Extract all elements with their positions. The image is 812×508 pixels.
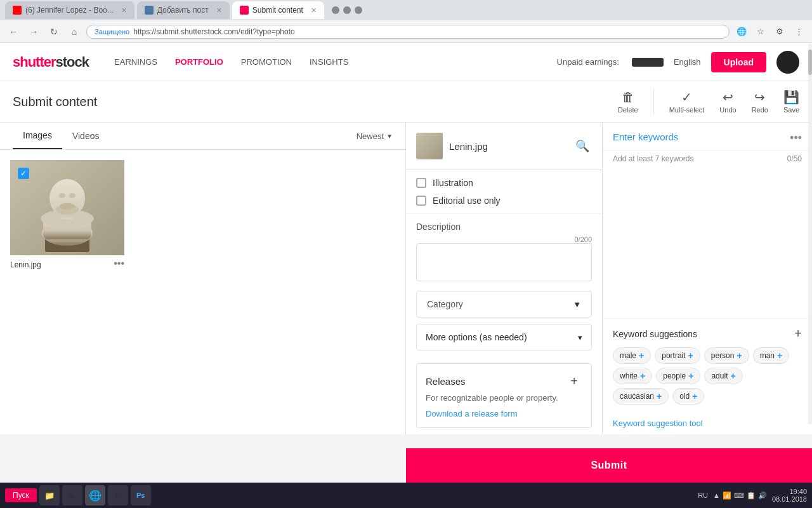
keyword-suggestion-tool-link[interactable]: Keyword suggestion tool <box>603 412 812 434</box>
sort-selector[interactable]: Newest ▼ <box>357 131 393 141</box>
suggestions-add-all-button[interactable]: + <box>794 326 802 341</box>
logo[interactable]: shutterstock <box>13 54 89 70</box>
main-nav: EARNINGS PORTFOLIO PROMOTION INSIGHTS <box>114 57 557 67</box>
redo-label: Redo <box>752 106 768 114</box>
tab-ss-close[interactable]: ✕ <box>311 6 317 15</box>
close-btn[interactable] <box>355 6 362 14</box>
tab-ss[interactable]: Submit content ✕ <box>232 1 324 19</box>
browser-controls: ← → ↻ ⌂ Защищено https://submit.shutters… <box>0 20 812 43</box>
chip-old-add[interactable]: + <box>692 391 697 401</box>
translate-btn[interactable]: 🌐 <box>733 23 750 40</box>
menu-btn[interactable]: ⋮ <box>790 23 807 40</box>
file-name-display: Lenin.jpg <box>449 141 488 152</box>
browser-titlebar: (6) Jennifer Lopez - Boo... ✕ Добавить п… <box>0 0 812 20</box>
tab-vk-close[interactable]: ✕ <box>216 6 222 15</box>
minimize-btn[interactable] <box>332 6 339 14</box>
save-tool[interactable]: 💾 Save <box>783 90 799 114</box>
releases-header: Releases + <box>426 373 582 389</box>
tab-ss-label: Submit content <box>252 6 303 15</box>
redo-icon: ↪ <box>754 90 765 105</box>
category-selector[interactable]: Category ▼ <box>416 291 592 318</box>
earnings-value-blurred <box>632 58 664 67</box>
chip-person: person + <box>704 347 749 364</box>
extensions-btn[interactable]: ⚙ <box>771 23 788 40</box>
scroll-indicator[interactable] <box>808 123 812 424</box>
chip-portrait-label: portrait <box>662 351 685 360</box>
forward-button[interactable]: → <box>25 23 42 40</box>
chip-people-label: people <box>663 371 686 380</box>
releases-add-button[interactable]: + <box>566 373 582 389</box>
chip-adult-label: adult <box>711 371 728 380</box>
chip-adult-add[interactable]: + <box>730 371 735 381</box>
redo-tool[interactable]: ↪ Redo <box>752 90 768 114</box>
undo-tool[interactable]: ↩ Undo <box>719 90 736 114</box>
file-thumb-inner <box>416 133 443 159</box>
language-selector[interactable]: English <box>674 57 701 67</box>
more-options-section: More options (as needed) ▾ <box>416 324 592 351</box>
description-section: Description 0/200 <box>406 213 602 291</box>
undo-label: Undo <box>719 106 736 114</box>
multi-select-tool[interactable]: ✓ Multi-select <box>669 90 705 114</box>
tab-vk[interactable]: Добавить пост ✕ <box>137 1 230 19</box>
more-options-toggle[interactable]: More options (as needed) ▾ <box>417 324 591 350</box>
nav-earnings[interactable]: EARNINGS <box>114 57 157 67</box>
description-label: Description <box>416 222 592 232</box>
tab-images[interactable]: Images <box>13 123 62 149</box>
yt-icon <box>13 6 22 15</box>
chip-white: white + <box>613 368 652 384</box>
right-panel-inner: ••• Enter keywords Add at least 7 keywor… <box>603 123 812 434</box>
upload-button[interactable]: Upload <box>711 52 766 72</box>
more-options-label: More options (as needed) <box>426 332 527 342</box>
chip-male-add[interactable]: + <box>639 351 644 361</box>
bookmark-btn[interactable]: ☆ <box>752 23 769 40</box>
delete-tool[interactable]: 🗑 Delete <box>618 90 638 114</box>
illustration-checkbox-row[interactable]: Illustration <box>416 178 592 188</box>
tab-yt-close[interactable]: ✕ <box>121 6 127 15</box>
chip-caucasian-add[interactable]: + <box>657 391 662 401</box>
toolbar: 🗑 Delete ✓ Multi-select ↩ Undo ↪ Redo 💾 … <box>618 89 799 114</box>
back-button[interactable]: ← <box>5 23 22 40</box>
page-header: Submit content 🗑 Delete ✓ Multi-select ↩… <box>0 81 812 123</box>
image-item-1: Lenin.jpg ••• <box>10 160 124 269</box>
file-thumbnail <box>416 133 443 159</box>
chip-portrait-add[interactable]: + <box>688 351 693 361</box>
tab-vk-label: Добавить пост <box>157 6 209 15</box>
sort-arrow-icon: ▼ <box>386 133 393 140</box>
delete-icon: 🗑 <box>622 90 634 105</box>
more-options-chevron-icon: ▾ <box>578 333 582 342</box>
header-right: Unpaid earnings: English Upload <box>557 51 799 74</box>
editorial-checkbox-row[interactable]: Editorial use only <box>416 196 592 206</box>
keywords-hint-text: Add at least 7 keywords <box>613 154 693 163</box>
suggestions-header: Keyword suggestions + <box>613 326 802 341</box>
chip-people-add[interactable]: + <box>688 371 693 381</box>
tab-yt[interactable]: (6) Jennifer Lopez - Boo... ✕ <box>5 1 134 19</box>
nav-promotion[interactable]: PROMOTION <box>241 57 292 67</box>
chip-person-add[interactable]: + <box>737 351 742 361</box>
download-release-form-link[interactable]: Download a release form <box>426 409 518 418</box>
tab-videos[interactable]: Videos <box>62 123 110 149</box>
chip-white-add[interactable]: + <box>640 371 645 381</box>
image-more-button-1[interactable]: ••• <box>114 258 124 269</box>
nav-portfolio[interactable]: PORTFOLIO <box>175 57 223 67</box>
chip-old: old + <box>672 388 704 404</box>
maximize-btn[interactable] <box>343 6 351 14</box>
keywords-input-area[interactable] <box>603 167 812 318</box>
keywords-more-button[interactable]: ••• <box>790 131 802 145</box>
chip-caucasian: caucasian + <box>613 388 669 404</box>
app-container: shutterstock EARNINGS PORTFOLIO PROMOTIO… <box>0 43 812 434</box>
home-button[interactable]: ⌂ <box>66 23 82 40</box>
image-wrapper <box>10 160 124 255</box>
editorial-checkbox[interactable] <box>416 196 426 206</box>
chip-man-add[interactable]: + <box>777 351 782 361</box>
description-input[interactable] <box>416 243 592 281</box>
file-header: Lenin.jpg 🔍 <box>406 123 602 170</box>
refresh-button[interactable]: ↻ <box>46 23 62 40</box>
avatar[interactable] <box>776 51 799 74</box>
url-text: https://submit.shutterstock.com/edit?typ… <box>133 27 294 36</box>
address-bar[interactable]: Защищено https://submit.shutterstock.com… <box>86 25 730 39</box>
nav-insights[interactable]: INSIGHTS <box>310 57 348 67</box>
keywords-enter-label[interactable]: Enter keywords <box>613 131 678 142</box>
illustration-checkbox[interactable] <box>416 178 426 188</box>
keyword-suggestions-section: Keyword suggestions + male + portrait + <box>603 318 812 412</box>
zoom-button[interactable]: 🔍 <box>573 137 592 156</box>
